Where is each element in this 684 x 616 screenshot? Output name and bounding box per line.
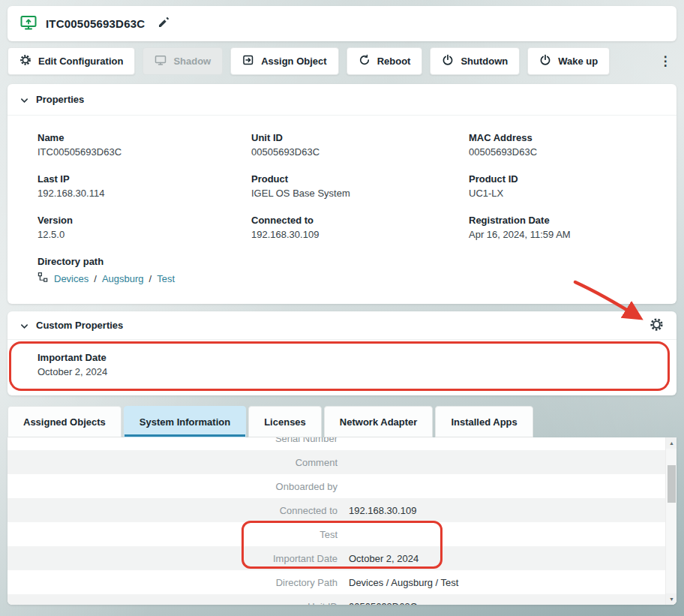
section-title: Properties: [36, 94, 84, 105]
page-title: ITC00505693D63C: [46, 17, 145, 30]
breadcrumb-link-augsburg[interactable]: Augsburg: [102, 273, 144, 284]
button-label: Wake up: [558, 56, 598, 67]
property-field-connected-to: Connected to 192.168.30.109: [251, 215, 469, 240]
reboot-icon: [358, 54, 370, 68]
property-field-product-id: Product ID UC1-LX: [469, 173, 646, 199]
scroll-down-arrow[interactable]: ▼: [666, 593, 676, 605]
custom-properties-card: Custom Properties Important Date October…: [8, 311, 676, 395]
property-field-unit-id: Unit ID 00505693D63C: [251, 132, 469, 158]
detail-tabs: Assigned Objects System Information Lice…: [8, 406, 533, 437]
custom-property-field: Important Date October 2, 2024: [8, 340, 676, 377]
monitor-icon: [154, 54, 166, 68]
button-label: Shutdown: [460, 56, 508, 67]
button-label: Shadow: [173, 56, 211, 67]
device-header-card: ITC00505693D63C: [8, 6, 676, 41]
custom-properties-settings-button[interactable]: [650, 317, 664, 334]
shutdown-button[interactable]: Shutdown: [430, 47, 520, 75]
table-row-unit-id: Unit ID 00505693D63C: [8, 594, 665, 605]
properties-grid: Name ITC00505693D63C Unit ID 00505693D63…: [8, 116, 676, 286]
table-row-serial-number: Serial Number: [8, 437, 665, 450]
edit-configuration-button[interactable]: Edit Configuration: [8, 47, 135, 75]
directory-path-field: Directory path Devices / Augsburg / Test: [38, 256, 646, 286]
tab-network-adapter[interactable]: Network Adapter: [324, 406, 434, 437]
kebab-menu-icon: ⋮: [659, 53, 672, 69]
power-icon: [539, 54, 551, 68]
reboot-button[interactable]: Reboot: [346, 47, 423, 75]
vertical-scrollbar[interactable]: ▲ ▼: [665, 437, 676, 605]
more-actions-button[interactable]: ⋮: [654, 47, 676, 75]
chevron-down-icon: [20, 319, 28, 332]
power-icon: [442, 54, 454, 68]
table-row-connected-to: Connected to 192.168.30.109: [8, 498, 665, 522]
table-row-onboarded-by: Onboarded by: [8, 474, 665, 498]
breadcrumb-link-devices[interactable]: Devices: [54, 273, 88, 284]
table-row-important-date: Important Date October 2, 2024: [8, 546, 665, 570]
gear-icon: [650, 317, 664, 334]
scrollbar-thumb[interactable]: [668, 465, 676, 503]
system-information-table: Serial Number Comment Onboarded by Conne…: [8, 437, 665, 605]
table-row-comment: Comment: [8, 450, 665, 474]
tab-system-information[interactable]: System Information: [124, 406, 246, 437]
section-title: Custom Properties: [36, 320, 123, 331]
device-action-toolbar: Edit Configuration Shadow Assign Object …: [8, 47, 676, 75]
property-field-mac-address: MAC Address 00505693D63C: [469, 132, 646, 158]
assign-object-button[interactable]: Assign Object: [230, 47, 338, 75]
tab-installed-apps[interactable]: Installed Apps: [435, 406, 532, 437]
property-field-product: Product IGEL OS Base System: [251, 173, 469, 199]
table-row-directory-path: Directory Path Devices / Augsburg / Test: [8, 570, 665, 594]
property-field-last-ip: Last IP 192.168.30.114: [38, 173, 251, 199]
breadcrumb-separator: /: [149, 273, 152, 284]
gear-icon: [20, 54, 32, 68]
breadcrumb-separator: /: [94, 273, 97, 284]
tree-icon: [38, 272, 49, 286]
edit-title-button[interactable]: [158, 17, 170, 31]
table-row-test: Test: [8, 522, 665, 546]
property-field-name: Name ITC00505693D63C: [38, 132, 251, 158]
breadcrumb-link-test[interactable]: Test: [157, 273, 175, 284]
breadcrumb: Devices / Augsburg / Test: [38, 272, 646, 286]
tab-licenses[interactable]: Licenses: [248, 406, 322, 437]
properties-card: Properties Name ITC00505693D63C Unit ID …: [8, 84, 676, 304]
pencil-icon: [158, 17, 170, 31]
property-field-registration-date: Registration Date Apr 16, 2024, 11:59 AM: [469, 215, 646, 240]
custom-properties-section-header[interactable]: Custom Properties: [8, 311, 676, 340]
button-label: Edit Configuration: [38, 56, 123, 67]
property-field-version: Version 12.5.0: [38, 215, 251, 240]
system-information-panel: Serial Number Comment Onboarded by Conne…: [8, 437, 676, 605]
button-label: Assign Object: [261, 56, 326, 67]
scroll-up-arrow[interactable]: ▲: [666, 437, 676, 449]
button-label: Reboot: [377, 56, 411, 67]
chevron-down-icon: [20, 93, 28, 107]
shadow-button[interactable]: Shadow: [142, 47, 223, 75]
wake-up-button[interactable]: Wake up: [527, 47, 610, 75]
device-icon: [20, 14, 38, 35]
properties-section-header[interactable]: Properties: [8, 84, 676, 116]
tab-assigned-objects[interactable]: Assigned Objects: [8, 406, 122, 437]
assign-object-icon: [242, 54, 254, 68]
